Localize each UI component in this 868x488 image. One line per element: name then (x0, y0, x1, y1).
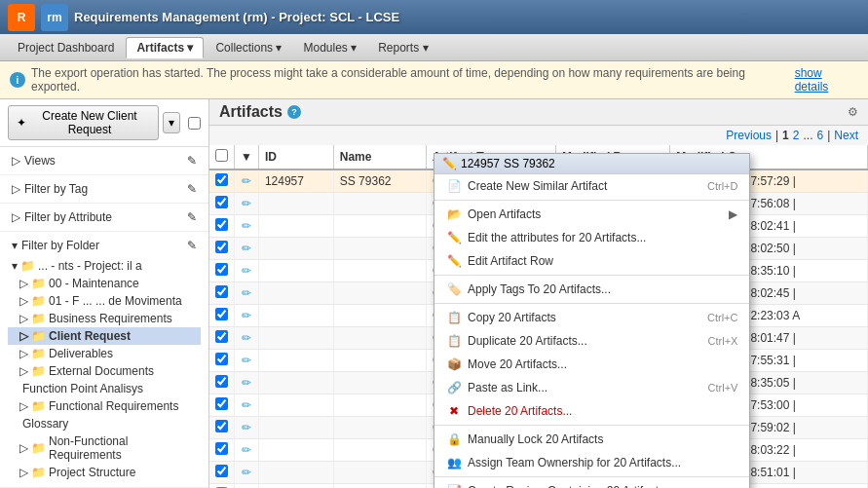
nav-collections[interactable]: Collections (206, 38, 291, 57)
row-checkbox[interactable] (215, 353, 228, 365)
tree-functional-folder-icon: 📁 (31, 399, 46, 413)
separator-5 (434, 476, 749, 477)
row-checkbox[interactable] (215, 263, 228, 276)
row-checkbox[interactable] (215, 375, 228, 388)
separator-1 (434, 200, 749, 201)
row-checkbox[interactable] (215, 196, 228, 208)
menu-lock[interactable]: 🔒 Manually Lock 20 Artifacts (434, 428, 749, 451)
pagination-sep1: | (775, 129, 778, 142)
menu-create-similar-label: Create New Similar Artifact (468, 179, 607, 193)
menu-paste-link[interactable]: 🔗 Paste as Link... Ctrl+V (434, 376, 749, 399)
filter-attr-action-icon[interactable]: ✎ (187, 210, 197, 224)
row-checkbox[interactable] (215, 330, 228, 343)
row-checkbox[interactable] (215, 285, 228, 298)
tree-business-req[interactable]: ▷ 📁 Business Requirements (8, 310, 201, 327)
views-expand-icon: ▷ (12, 154, 20, 168)
nav-project-dashboard[interactable]: Project Dashboard (8, 38, 124, 57)
row-name (333, 193, 426, 215)
gear-icon[interactable]: ⚙ (848, 105, 858, 119)
tree-functional-req[interactable]: ▷ 📁 Functional Requirements (8, 397, 201, 415)
nav-bar: Project Dashboard Artifacts Collections … (0, 34, 868, 61)
menu-edit-row-label: Edit Artifact Row (468, 254, 553, 268)
row-checkbox-cell (209, 484, 235, 489)
create-new-button[interactable]: ✦ Create New Client Request (8, 105, 159, 140)
menu-open-artifacts-label: Open Artifacts (468, 207, 541, 221)
tree-root-label: ... - nts - Project: il a (38, 259, 142, 273)
pagination-page-2[interactable]: 2 (793, 129, 800, 142)
sidebar-filter-folder[interactable]: ▾ Filter by Folder ✎ (8, 236, 201, 255)
menu-open-artifacts[interactable]: 📂 Open Artifacts ▶ (434, 203, 749, 226)
header-checkbox[interactable] (188, 117, 201, 130)
nav-artifacts[interactable]: Artifacts (126, 37, 204, 58)
tree-glossary-label: Glossary (22, 417, 68, 431)
sidebar-filter-tag[interactable]: ▷ Filter by Tag ✎ (8, 179, 201, 199)
nav-reports[interactable]: Reports (368, 38, 437, 57)
menu-move-label: Move 20 Artifacts... (468, 357, 567, 371)
tree-non-functional[interactable]: ▷ 📁 Non-Functional Requirements (8, 432, 201, 464)
th-id[interactable]: ID (258, 145, 333, 169)
tree-external-docs[interactable]: ▷ 📁 External Documents (8, 362, 201, 380)
tree-external-folder-icon: 📁 (31, 364, 46, 378)
menu-move[interactable]: 📦 Move 20 Artifacts... (434, 353, 749, 376)
row-name: SS 79362 (333, 169, 426, 193)
menu-duplicate[interactable]: 📋 Duplicate 20 Artifacts... Ctrl+X (434, 329, 749, 353)
row-checkbox[interactable] (215, 420, 228, 432)
tree-project-structure[interactable]: ▷ 📁 Project Structure (8, 464, 201, 481)
row-checkbox[interactable] (215, 241, 228, 253)
views-action-icon[interactable]: ✎ (187, 154, 197, 168)
pagination-previous[interactable]: Previous (726, 129, 772, 142)
tree-business-expand: ▷ (19, 312, 28, 325)
row-id (258, 305, 333, 327)
menu-create-review[interactable]: 📝 Create Review Containing 20 Artifacts.… (434, 479, 749, 488)
lock-icon: 🔒 (446, 432, 462, 447)
select-all-checkbox[interactable] (215, 149, 228, 162)
sidebar-filter-attr-label: Filter by Attribute (24, 210, 112, 224)
menu-assign-team[interactable]: 👥 Assign Team Ownership for 20 Artifacts… (434, 451, 749, 474)
row-checkbox-cell (209, 169, 235, 193)
tree-00-maintenance[interactable]: ▷ 📁 00 - Maintenance (8, 275, 201, 292)
nav-modules[interactable]: Modules (293, 38, 366, 57)
row-name (333, 462, 426, 484)
row-id (258, 372, 333, 394)
tree-01[interactable]: ▷ 📁 01 - F ... ... de Movimenta (8, 292, 201, 310)
row-name (333, 305, 426, 327)
tree-glossary[interactable]: Glossary (8, 415, 201, 432)
edit-row-icon: ✏️ (446, 253, 462, 269)
pagination-next[interactable]: Next (834, 129, 858, 142)
row-name (333, 484, 426, 489)
tree-function-point[interactable]: Function Point Analisys (8, 380, 201, 397)
menu-paste-link-label: Paste as Link... (468, 381, 547, 394)
help-icon[interactable]: ? (287, 105, 301, 119)
filter-icon[interactable]: ▼ (241, 150, 252, 164)
th-name[interactable]: Name (333, 145, 426, 169)
row-id (258, 193, 333, 215)
menu-edit-attributes[interactable]: ✏️ Edit the attributes for 20 Artifacts.… (434, 226, 749, 249)
sidebar-views[interactable]: ▷ Views ✎ (8, 151, 201, 170)
row-checkbox[interactable] (215, 465, 228, 477)
row-checkbox[interactable] (215, 308, 228, 320)
menu-create-similar[interactable]: 📄 Create New Similar Artifact Ctrl+D (434, 174, 749, 198)
row-checkbox-cell (209, 282, 235, 305)
tree-external-label: External Documents (49, 364, 154, 378)
show-details-link[interactable]: show details (795, 66, 858, 94)
menu-copy[interactable]: 📋 Copy 20 Artifacts Ctrl+C (434, 306, 749, 329)
menu-apply-tags[interactable]: 🏷️ Apply Tags To 20 Artifacts... (434, 278, 749, 301)
tree-deliverables[interactable]: ▷ 📁 Deliverables (8, 345, 201, 362)
row-checkbox[interactable] (215, 397, 228, 410)
filter-folder-action-icon[interactable]: ✎ (187, 239, 197, 252)
tree-root[interactable]: ▾ 📁 ... - nts - Project: il a (8, 257, 201, 275)
pagination-page-1[interactable]: 1 (782, 129, 789, 142)
artifact-type-icon: ✏ (242, 174, 251, 188)
tree-00-expand: ▷ (19, 277, 28, 290)
menu-delete[interactable]: ✖ Delete 20 Artifacts... (434, 399, 749, 423)
sidebar-filter-attr[interactable]: ▷ Filter by Attribute ✎ (8, 207, 201, 227)
filter-tag-action-icon[interactable]: ✎ (187, 182, 197, 196)
row-checkbox[interactable] (215, 218, 228, 231)
menu-edit-row[interactable]: ✏️ Edit Artifact Row (434, 249, 749, 273)
pagination-page-6[interactable]: 6 (817, 129, 824, 142)
create-dropdown-button[interactable]: ▾ (163, 112, 180, 133)
tree-client-request[interactable]: ▷ 📁 Client Request (8, 327, 201, 345)
row-name (333, 260, 426, 282)
row-checkbox[interactable] (215, 442, 228, 455)
row-checkbox[interactable] (215, 173, 228, 186)
